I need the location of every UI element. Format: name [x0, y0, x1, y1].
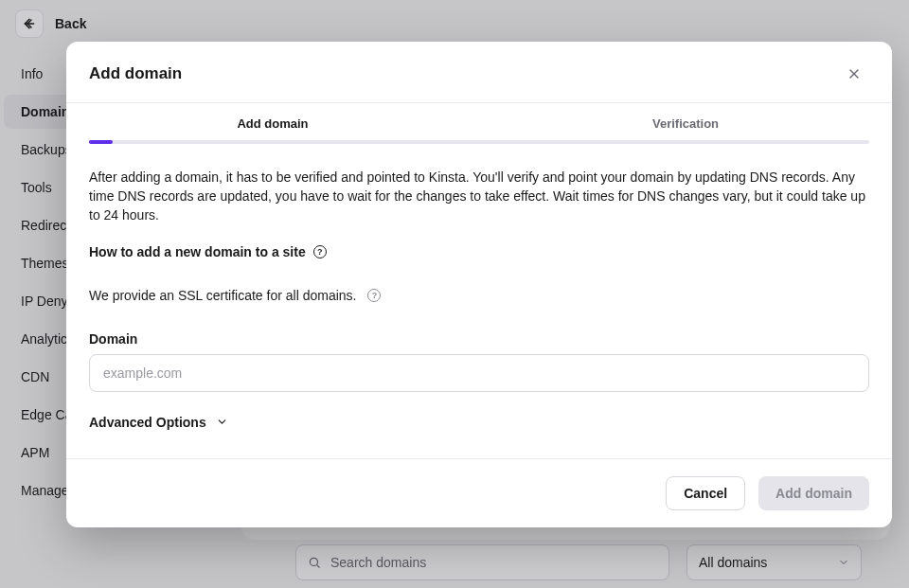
step-tab-verification[interactable]: Verification	[479, 103, 892, 140]
ssl-note-row: We provide an SSL certificate for all do…	[89, 288, 869, 303]
help-icon[interactable]: ?	[367, 289, 381, 302]
modal-body: After adding a domain, it has to be veri…	[66, 144, 892, 439]
add-domain-modal: Add domain Add domain Verification After…	[66, 42, 892, 527]
step-tab-label: Verification	[652, 116, 719, 131]
close-icon	[847, 66, 862, 81]
howto-link-text: How to add a new domain to a site	[89, 244, 306, 259]
domain-input[interactable]	[89, 354, 869, 392]
advanced-options-toggle[interactable]: Advanced Options	[89, 415, 869, 430]
modal-header: Add domain	[66, 42, 892, 102]
howto-link[interactable]: How to add a new domain to a site ?	[89, 244, 327, 259]
cancel-button-label: Cancel	[684, 486, 727, 501]
close-button[interactable]	[843, 62, 865, 85]
add-domain-button[interactable]: Add domain	[758, 476, 869, 510]
modal-footer: Cancel Add domain	[66, 458, 892, 527]
domain-field-label: Domain	[89, 331, 869, 347]
step-tab-add-domain[interactable]: Add domain	[66, 103, 479, 140]
intro-text: After adding a domain, it has to be veri…	[89, 169, 869, 225]
cancel-button[interactable]: Cancel	[666, 476, 745, 510]
step-tabs: Add domain Verification	[66, 103, 892, 140]
help-icon: ?	[313, 245, 327, 258]
modal-title: Add domain	[89, 64, 182, 83]
advanced-options-label: Advanced Options	[89, 415, 206, 430]
ssl-note-text: We provide an SSL certificate for all do…	[89, 288, 356, 303]
chevron-down-icon	[216, 416, 228, 428]
progress-track	[89, 140, 869, 144]
add-domain-button-label: Add domain	[775, 486, 852, 501]
progress-fill	[89, 140, 113, 144]
step-tab-label: Add domain	[237, 116, 308, 131]
